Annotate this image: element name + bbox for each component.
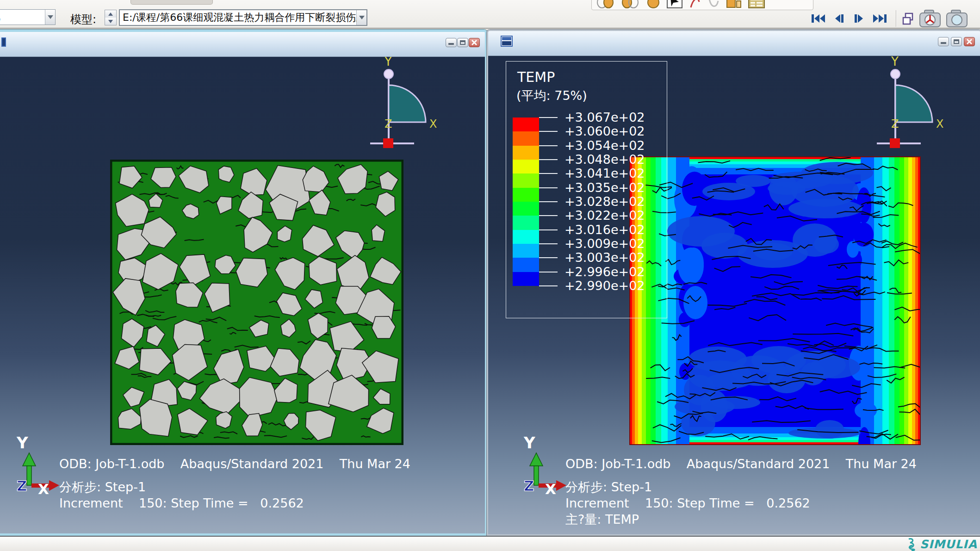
compass-z-label: Z [385, 118, 392, 130]
viewport-icon [501, 36, 513, 47]
animation-playback-controls [810, 12, 888, 25]
triad-y-label: Y [16, 435, 28, 452]
odb-title-line: ODB: Job-T-1.odb Abaqus/Standard 2021 Th… [565, 456, 917, 472]
simulia-brand: SIMULIA [902, 537, 977, 551]
temperature-contour-model [629, 156, 921, 445]
viewport-left-titlebar[interactable] [0, 32, 485, 57]
triad-x-label: X [38, 481, 49, 495]
legend-tick [539, 159, 558, 160]
legend-color-band [513, 230, 539, 244]
legend-tick-label: +3.016e+02 [564, 223, 645, 237]
legend-color-band [513, 272, 539, 286]
legend-tick-label: +3.003e+02 [564, 250, 645, 265]
legend-color-band [513, 160, 539, 173]
compass-z-label: Z [891, 118, 899, 130]
legend-tick [539, 257, 558, 258]
previous-frame-button[interactable] [831, 12, 847, 25]
primary-variable-line: 主?量: TEMP [565, 511, 639, 527]
close-button[interactable] [964, 37, 975, 46]
restore-button[interactable] [457, 38, 468, 47]
legend-tick-label: +3.060e+02 [564, 124, 645, 138]
first-frame-button[interactable] [810, 12, 827, 25]
3ds-logo-icon [902, 537, 918, 551]
viewport-icon [1, 37, 6, 47]
restore-button[interactable] [951, 37, 962, 46]
odb-path-combobox[interactable]: E:/课程/第66课细观混凝土热力耦合作用下断裂损伤/coh-t/Job-T-1… [119, 9, 367, 26]
temp-legend-scale: +3.067e+02+3.060e+02+3.054e+02+3.048e+02… [513, 118, 661, 286]
legend-tick-label: +3.022e+02 [564, 208, 645, 223]
legend-color-band [513, 188, 539, 202]
increment-line: Increment 150: Step Time = 0.2562 [59, 495, 304, 511]
compass-y-label: Y [891, 56, 899, 68]
legend-subtitle: (平均: 75%) [516, 87, 587, 104]
compass-x-label: X [936, 118, 943, 130]
viewport-right-titlebar[interactable] [488, 31, 980, 56]
module-combobox[interactable]: 化 [0, 9, 56, 25]
legend-tick [539, 173, 558, 174]
chevron-down-icon[interactable] [45, 10, 55, 25]
minimize-button[interactable] [446, 38, 457, 47]
legend-tick [539, 215, 558, 216]
minimize-button[interactable] [938, 37, 949, 46]
close-button[interactable] [469, 38, 480, 47]
blend-icon[interactable] [621, 0, 640, 8]
spinner-up-icon[interactable] [105, 10, 116, 18]
legend-tick-label: +3.028e+02 [564, 194, 645, 209]
view-compass: Y Z X [877, 56, 953, 154]
legend-color-band [513, 173, 539, 187]
model-label: 模型: [70, 12, 96, 27]
next-frame-button[interactable] [851, 12, 868, 25]
partition-icon[interactable] [726, 0, 742, 8]
cascade-viewports-icon[interactable] [901, 12, 915, 26]
clipped-toolbar-icons [591, 0, 813, 10]
save-viewpoint-camera-icon[interactable] [919, 9, 941, 28]
legend-tick [539, 201, 558, 202]
abaqus-viewer-window: 化 模型: E:/课程/第66课细观混凝土热力耦合作用下断裂损伤/coh-t/J… [0, 0, 980, 551]
triad-x-label: X [545, 481, 556, 495]
view-compass: Y Z X [370, 57, 447, 154]
legend-color-band [513, 118, 539, 131]
snapshot-camera-icon[interactable] [946, 9, 968, 28]
step-line: 分析步: Step-1 [565, 479, 652, 495]
legend-tick [539, 229, 558, 230]
toolbar-separator [896, 10, 897, 27]
spinner-down-icon[interactable] [105, 18, 116, 25]
viewport-left-canvas[interactable]: Y Z X Y Z X ODB: Job- [0, 57, 485, 536]
legend-tick-label: +3.009e+02 [564, 236, 645, 251]
legend-tick [539, 285, 558, 286]
mesoscale-concrete-model [110, 160, 403, 445]
odb-title-line: ODB: Job-T-1.odb Abaqus/Standard 2021 Th… [59, 456, 410, 472]
spline-gray-icon[interactable] [707, 0, 719, 8]
legend-color-band [513, 216, 539, 229]
selected-tool-icon[interactable] [667, 0, 682, 8]
legend-tick-label: +2.990e+02 [564, 279, 645, 293]
chevron-down-icon[interactable] [356, 10, 366, 25]
legend-tick-label: +3.054e+02 [564, 138, 645, 153]
legend-tick [539, 187, 558, 188]
legend-tick-label: +3.041e+02 [564, 166, 645, 180]
viewport-right-canvas[interactable]: Y Z X TEMP (平均: 75%) +3.067e+02+3.060e+0… [488, 56, 980, 535]
legend-tick [539, 131, 558, 132]
origin-triad: Y Z X [513, 435, 573, 495]
legend-tick-label: +3.035e+02 [564, 180, 645, 195]
compass-y-label: Y [384, 57, 392, 68]
origin-triad: Y Z X [6, 435, 66, 495]
compass-x-label: X [429, 118, 437, 130]
legend-tick-label: +2.996e+02 [564, 265, 645, 279]
viewport-window-left: Y Z X Y Z X ODB: Job- [0, 30, 487, 536]
legend-tick [539, 243, 558, 244]
last-frame-button[interactable] [871, 12, 888, 25]
legend-tick [539, 117, 558, 118]
model-spinner[interactable] [105, 10, 117, 25]
solid-icon[interactable] [646, 0, 660, 8]
brand-text: SIMULIA [920, 538, 977, 551]
sweep-icon[interactable] [596, 0, 615, 8]
top-toolbar: 化 模型: E:/课程/第66课细观混凝土热力耦合作用下断裂损伤/coh-t/J… [0, 0, 980, 29]
legend-color-band [513, 131, 539, 145]
step-line: 分析步: Step-1 [59, 479, 146, 495]
legend-color-band [513, 258, 539, 272]
datum-table-icon[interactable] [748, 0, 765, 8]
viewport-window-right: Y Z X TEMP (平均: 75%) +3.067e+02+3.060e+0… [487, 30, 980, 536]
spline-red-icon[interactable] [689, 0, 701, 8]
module-combobox-value: 化 [0, 10, 45, 24]
